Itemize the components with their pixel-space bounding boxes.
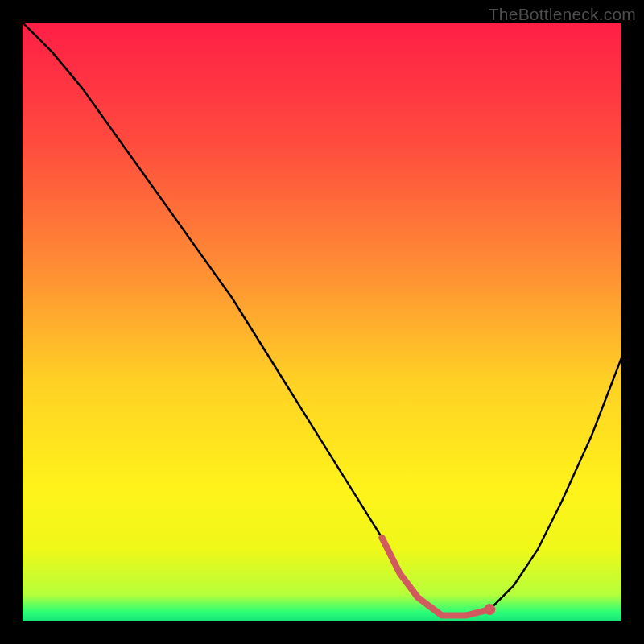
bottleneck-curve-plot xyxy=(23,23,621,621)
watermark-label: TheBottleneck.com xyxy=(489,5,636,24)
chart-frame: TheBottleneck.com xyxy=(0,0,644,644)
gradient-background xyxy=(23,23,621,621)
highlight-end-dot xyxy=(484,604,495,615)
